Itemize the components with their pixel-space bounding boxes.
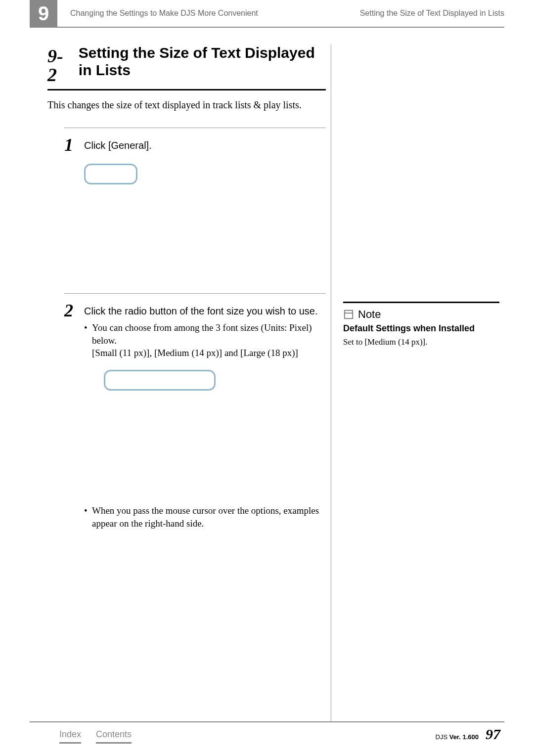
- sidebar-column: Note Default Settings when Installed Set…: [331, 44, 504, 721]
- breadcrumb-right: Setting the Size of Text Displayed in Li…: [360, 0, 504, 27]
- footer-contents-link[interactable]: Contents: [96, 729, 132, 740]
- section-number: 9-2: [47, 44, 69, 84]
- footer-version: DJS Ver. 1.600: [436, 733, 479, 741]
- footer-product: DJS: [436, 733, 448, 741]
- note-heading: Note: [358, 308, 381, 321]
- section-heading: 9-2 Setting the Size of Text Displayed i…: [47, 44, 326, 90]
- note-body: Set to [Medium (14 px)].: [343, 337, 499, 347]
- main-column: 9-2 Setting the Size of Text Displayed i…: [30, 44, 331, 721]
- footer-ver-number: 1.600: [462, 733, 479, 741]
- footer-ver-label: Ver.: [449, 733, 461, 741]
- step2-sub-line: [Small (11 px)], [Medium (14 px)] and [L…: [84, 347, 326, 360]
- breadcrumb-left: Changing the Settings to Make DJS More C…: [57, 0, 360, 27]
- page-root: 9 Changing the Settings to Make DJS More…: [30, 0, 504, 756]
- note-box: Note Default Settings when Installed Set…: [343, 302, 499, 347]
- step-1: 1 Click [General].: [64, 128, 326, 184]
- step-number: 2: [64, 302, 84, 319]
- step-title: Click [General].: [84, 136, 152, 152]
- general-button-placeholder[interactable]: [84, 164, 137, 184]
- footer-index-link[interactable]: Index: [59, 729, 81, 740]
- step2-bullet-1: You can choose from among the 3 font siz…: [84, 321, 326, 347]
- page-footer: Index Contents DJS Ver. 1.600 97: [30, 721, 504, 746]
- content-area: 9-2 Setting the Size of Text Displayed i…: [30, 28, 504, 721]
- note-heading-row: Note: [343, 308, 499, 321]
- section-title: Setting the Size of Text Displayed in Li…: [79, 44, 326, 79]
- page-header: 9 Changing the Settings to Make DJS More…: [30, 0, 504, 28]
- chapter-number-badge: 9: [30, 0, 57, 27]
- note-icon: [343, 309, 354, 320]
- footer-page-number: 97: [486, 726, 500, 743]
- step-number: 1: [64, 136, 84, 154]
- step-2: 2 Click the radio button of the font siz…: [64, 293, 326, 530]
- svg-rect-0: [345, 311, 353, 319]
- intro-paragraph: This changes the size of text displayed …: [47, 99, 326, 111]
- note-subheading: Default Settings when Installed: [343, 323, 499, 334]
- step2-bullet-2: When you pass the mouse cursor over the …: [84, 504, 326, 530]
- font-size-radio-placeholder[interactable]: [104, 370, 216, 391]
- step-title: Click the radio button of the font size …: [84, 302, 317, 318]
